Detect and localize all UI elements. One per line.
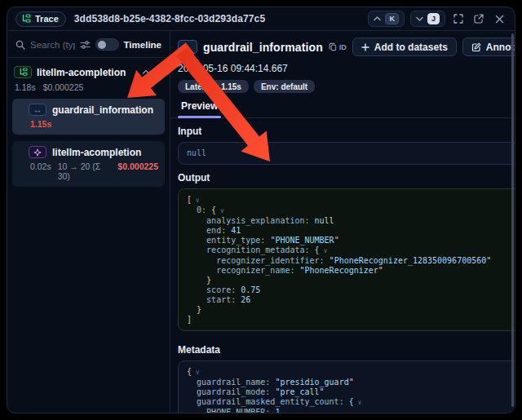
json-key: end: (206, 226, 231, 235)
json-value: null (315, 216, 334, 225)
external-link-icon (474, 14, 484, 24)
code-token (187, 305, 197, 314)
json-key: analysis_explanation: (206, 216, 314, 225)
json-key: recognizer_name: (216, 266, 299, 275)
json-value: 41 (231, 226, 241, 235)
code-line: recognition_metadata: { ∨ (187, 245, 515, 256)
metadata-section-title: Metadata (178, 344, 220, 356)
code-token (187, 276, 206, 285)
code-token (187, 206, 197, 214)
json-bracket: } (197, 305, 201, 314)
collapse-chevron-icon[interactable]: ∨ (216, 207, 224, 214)
expand-fullscreen-button[interactable] (451, 11, 466, 26)
code-line: start: 26 (187, 295, 515, 305)
add-to-datasets-button[interactable]: Add to datasets (352, 38, 457, 56)
code-line: { ∨ (187, 367, 515, 378)
close-panel-button[interactable] (492, 11, 507, 26)
trace-node-icon (14, 66, 32, 78)
env-badge: Env: default (254, 80, 315, 93)
expand-all-icon[interactable] (142, 69, 150, 76)
tree-item-name: guardrail_information (52, 104, 153, 116)
search-icon (15, 40, 25, 50)
code-token (187, 245, 206, 254)
active-tab-underline (178, 116, 221, 118)
json-value: 26 (241, 295, 250, 304)
json-value: 0.75 (241, 285, 260, 294)
vertical-scrollbar[interactable] (511, 33, 514, 407)
span-glyph: ↔ (33, 105, 42, 114)
json-key: recognition_metadata: (206, 245, 314, 254)
code-line: recognizer_identifier: "PhoneRecognizer_… (187, 256, 515, 266)
trace-type-badge: Trace (15, 11, 66, 27)
tree-root-metrics: 1.18s $0.000225 (12, 80, 165, 92)
tree-item-name: litellm-acompletion (52, 147, 141, 158)
json-key: PHONE_NUMBER: (206, 408, 275, 413)
json-key: guardrail_mode: (197, 387, 275, 396)
generation-node-icon (29, 146, 46, 158)
tree-item-litellm-acompletion[interactable]: litellm-acompletion 0.02s 10 → 20 (Σ 30)… (12, 141, 165, 187)
json-key: guardrail_masked_entity_count: (197, 397, 349, 406)
plus-icon (361, 43, 369, 51)
item-duration: 1.15s (30, 119, 51, 129)
shortcut-key-j: J (427, 13, 440, 24)
tab-preview-label: Preview (181, 100, 218, 112)
code-token (187, 397, 197, 406)
collapse-all-icon[interactable] (155, 69, 163, 76)
json-key: 0: (197, 206, 211, 214)
tab-bar: Preview (170, 100, 515, 118)
code-line: } (187, 305, 515, 315)
annotate-pen-icon (471, 42, 481, 52)
json-key: start: (206, 295, 241, 304)
span-node-icon: ↔ (29, 104, 46, 116)
list-tree-icon (21, 14, 31, 24)
code-line: guardrail_name: "presidio_guard" (187, 378, 515, 387)
tree-item-guardrail-information[interactable]: ↔ guardrail_information 1.15s (12, 99, 165, 135)
annotate-button[interactable]: Annotate (463, 38, 515, 55)
code-line: analysis_explanation: null (187, 216, 515, 226)
code-token (187, 295, 206, 304)
item-duration: 0.02s (30, 161, 51, 181)
close-icon (495, 15, 504, 24)
code-line: [ ∨ (187, 195, 515, 206)
page-title: guardrail_information (203, 41, 323, 54)
observation-timestamp: 2025-05-16 09:44:14.667 (178, 63, 515, 74)
json-value: "presidio_guard" (275, 378, 353, 387)
copy-id-button[interactable]: ID (329, 42, 347, 51)
shortcut-key-k: K (385, 13, 399, 24)
code-token (187, 387, 197, 396)
trace-tree-sidebar: Timeline litellm-acompletion (7, 31, 170, 413)
json-key: entity_type: (206, 236, 270, 245)
timeline-toggle[interactable] (95, 38, 119, 51)
code-token (187, 216, 206, 225)
collapse-chevron-icon[interactable]: ∨ (354, 399, 362, 406)
json-value: "PHONE_NUMBER" (270, 236, 338, 245)
collapse-chevron-icon[interactable]: ∨ (192, 197, 200, 204)
search-input[interactable] (30, 40, 75, 50)
code-token (187, 378, 197, 387)
code-line: } (187, 276, 515, 285)
tab-preview[interactable]: Preview (178, 100, 221, 117)
json-key: score: (206, 285, 241, 294)
code-line: recognizer_name: "PhoneRecognizer" (187, 266, 515, 276)
tree-root-litellm-acompletion[interactable]: litellm-acompletion (12, 64, 165, 80)
next-item-button[interactable]: J (410, 11, 445, 27)
annotate-button-group: Annotate (462, 38, 515, 56)
filter-sliders-icon[interactable] (80, 40, 91, 50)
open-in-new-tab-button[interactable] (471, 11, 486, 26)
code-line: ] (187, 315, 515, 325)
prev-item-button[interactable]: K (368, 11, 405, 27)
input-value: null (187, 148, 206, 157)
span-type-icon: ↔ (178, 40, 197, 54)
collapse-chevron-icon[interactable]: ∨ (192, 369, 200, 376)
code-line: guardrail_masked_entity_count: { ∨ (187, 397, 515, 408)
metadata-code-block: { ∨ guardrail_name: "presidio_guard" gua… (178, 360, 515, 413)
code-token (187, 226, 206, 235)
add-to-datasets-label: Add to datasets (374, 42, 448, 53)
id-label: ID (339, 43, 347, 51)
code-line: end: 41 (187, 226, 515, 236)
tree-root-name: litellm-acompletion (37, 67, 126, 78)
collapse-chevron-icon[interactable]: ∨ (320, 247, 328, 254)
chevron-down-icon (416, 16, 423, 21)
output-code-block: [ ∨ 0: { ∨ analysis_explanation: null en… (178, 188, 515, 331)
span-glyph: ↔ (184, 42, 192, 52)
